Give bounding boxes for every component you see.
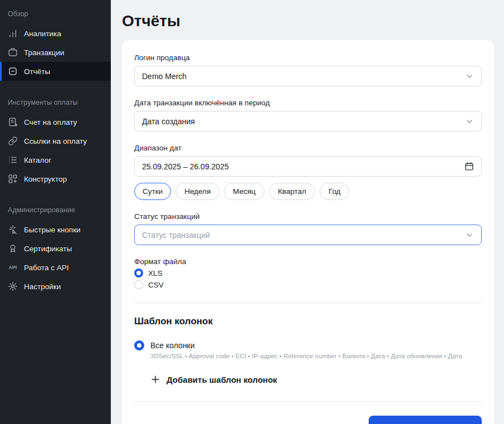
- calendar-icon: [464, 162, 474, 171]
- sidebar-section-administration: Администрирование: [0, 201, 111, 220]
- status-select[interactable]: Статус транзакций: [134, 225, 482, 245]
- sidebar-item-label: Быстрые кнопки: [24, 226, 81, 234]
- merchant-login-select[interactable]: Demo Merch: [134, 66, 482, 86]
- date-range-input[interactable]: 25.09.2025 – 26.09.2025: [134, 156, 482, 177]
- pill-week[interactable]: Неделя: [175, 183, 219, 200]
- radio-unchecked-icon: [134, 280, 143, 289]
- sidebar-item-api[interactable]: API Работа с API: [0, 258, 111, 277]
- sidebar-item-label: Ссылки на оплату: [24, 137, 87, 145]
- radio-checked-icon: [134, 269, 143, 277]
- sidebar: Обзор Аналитика Транзакции Отчёты Инстру…: [0, 0, 111, 424]
- api-icon: API: [8, 262, 18, 272]
- date-range-value: 25.09.2025 – 26.09.2025: [142, 162, 229, 171]
- period-pills: Сутки Неделя Месяц Квартал Год: [134, 183, 482, 200]
- pill-day[interactable]: Сутки: [134, 183, 171, 200]
- sidebar-item-invoice[interactable]: Счет на оплату: [0, 113, 111, 131]
- generate-report-button[interactable]: Сгенерировать отчёт: [369, 416, 482, 424]
- sidebar-item-certificates[interactable]: Сертификаты: [0, 239, 111, 258]
- add-column-template-button[interactable]: Добавить шаблон колонок: [150, 374, 277, 384]
- sparkle-icon: [8, 225, 18, 235]
- pill-month[interactable]: Месяц: [224, 183, 265, 200]
- sidebar-item-settings[interactable]: Настройки: [0, 277, 111, 296]
- award-icon: [8, 243, 18, 254]
- sidebar-item-quick-buttons[interactable]: Быстрые кнопки: [0, 220, 111, 239]
- sidebar-item-label: Настройки: [24, 282, 61, 291]
- chevron-down-icon: [465, 231, 474, 240]
- radio-checked-icon: [134, 340, 144, 350]
- transaction-date-select[interactable]: Дата создания: [134, 111, 482, 131]
- sidebar-item-catalog[interactable]: Каталог: [0, 150, 111, 169]
- sidebar-section-overview: Обзор: [0, 4, 111, 24]
- divider: [134, 401, 482, 402]
- format-option-csv[interactable]: CSV: [134, 280, 482, 289]
- merchant-login-label: Логин продавца: [134, 53, 482, 62]
- format-option-xls[interactable]: XLS: [134, 269, 482, 277]
- file-format-label: Формат файла: [134, 257, 482, 266]
- pill-quarter[interactable]: Квартал: [269, 183, 315, 200]
- sidebar-section-payment-tools: Инструменты оплаты: [0, 93, 111, 113]
- all-columns-label: Все колонки: [150, 341, 462, 350]
- date-range-label: Диапазон дат: [134, 144, 482, 152]
- form-footer: Сгенерировать отчёт: [134, 416, 482, 424]
- page-title: Отчёты: [122, 12, 494, 31]
- sidebar-item-payment-links[interactable]: Ссылки на оплату: [0, 131, 111, 150]
- divider: [134, 303, 482, 303]
- merchant-login-group: Логин продавца Demo Merch: [134, 53, 482, 86]
- pill-year[interactable]: Год: [320, 183, 350, 200]
- column-template-heading: Шаблон колонок: [134, 316, 482, 327]
- sidebar-item-constructor[interactable]: Конструктор: [0, 169, 111, 188]
- sidebar-item-transactions[interactable]: Транзакции: [0, 43, 111, 62]
- transaction-date-group: Дата транзакции включённая в период Дата…: [134, 99, 482, 131]
- merchant-login-value: Demo Merch: [142, 72, 187, 81]
- sidebar-item-label: Счет на оплату: [24, 118, 77, 126]
- all-columns-texts: Все колонки 3DSec/SSL • Approval code • …: [150, 341, 462, 359]
- status-placeholder: Статус транзакций: [142, 231, 210, 240]
- bar-chart-icon: [8, 28, 18, 38]
- sidebar-item-label: Сертификаты: [24, 245, 72, 253]
- wallet-icon: [8, 47, 18, 57]
- date-range-group: Диапазон дат 25.09.2025 – 26.09.2025 Сут…: [134, 144, 482, 200]
- report-form-card: Логин продавца Demo Merch Дата транзакци…: [122, 40, 494, 424]
- status-label: Статус транзакций: [134, 212, 482, 221]
- link-icon: [8, 136, 18, 146]
- sidebar-item-label: Каталог: [24, 156, 51, 164]
- chevron-down-icon: [465, 117, 474, 126]
- invoice-icon: [8, 117, 18, 127]
- sidebar-item-analytics[interactable]: Аналитика: [0, 24, 111, 43]
- grid-plus-icon: [8, 174, 18, 184]
- add-column-template-label: Добавить шаблон колонок: [167, 375, 277, 384]
- all-columns-option[interactable]: Все колонки 3DSec/SSL • Approval code • …: [134, 340, 482, 359]
- chevron-down-icon: [465, 72, 474, 81]
- sidebar-item-reports[interactable]: Отчёты: [0, 62, 111, 81]
- gear-icon: [8, 281, 18, 291]
- transaction-date-value: Дата создания: [142, 117, 195, 126]
- list-icon: [8, 155, 18, 165]
- sidebar-item-label: Отчёты: [24, 67, 50, 76]
- transaction-date-label: Дата транзакции включённая в период: [134, 99, 482, 107]
- report-icon: [8, 66, 18, 76]
- sidebar-item-label: Работа с API: [24, 264, 69, 272]
- format-option-label: XLS: [148, 269, 163, 277]
- plus-icon: [150, 374, 160, 384]
- main-content: Отчёты Логин продавца Demo Merch Дата тр…: [111, 0, 504, 424]
- status-group: Статус транзакций Статус транзакций: [134, 212, 482, 245]
- all-columns-sublist: 3DSec/SSL • Approval code • ECI • IP-адр…: [150, 353, 462, 359]
- file-format-group: Формат файла XLS CSV: [134, 257, 482, 289]
- format-option-label: CSV: [148, 281, 164, 289]
- sidebar-item-label: Аналитика: [24, 30, 61, 38]
- sidebar-item-label: Транзакции: [24, 48, 64, 57]
- sidebar-item-label: Конструктор: [24, 175, 67, 183]
